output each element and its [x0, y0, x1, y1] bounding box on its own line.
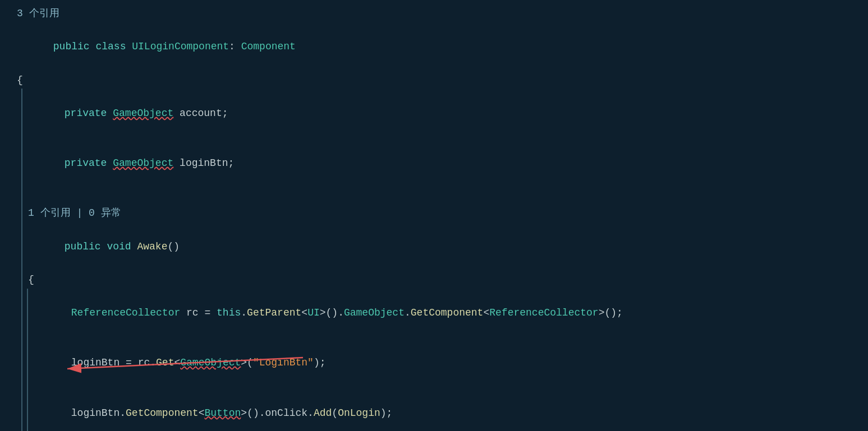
line-blank-1	[17, 189, 868, 206]
line-rc: ReferenceCollector rc = this.GetParent<U…	[17, 289, 868, 339]
line-field-loginbtn: private GameObject loginBtn;	[17, 139, 868, 189]
line-loginbtn-onclick: loginBtn.GetComponent<Button>().onClick.…	[17, 388, 868, 431]
code-editor: 3 个引用 public class UILoginComponent: Com…	[0, 0, 868, 431]
line-ref-awake: 1 个引用 | 0 异常	[17, 205, 868, 222]
line-ref-count: 3 个引用	[17, 6, 868, 22]
line-loginbtn-get: loginBtn = rc.Get<GameObject>("LoginBtn"…	[17, 339, 868, 388]
line-open-brace-1: {	[17, 72, 868, 89]
line-awake-decl: public void Awake()	[17, 222, 868, 272]
line-field-account: private GameObject account;	[17, 89, 868, 138]
line-class-decl: public class UILoginComponent: Component	[17, 22, 868, 72]
line-awake-open: {	[17, 272, 868, 289]
